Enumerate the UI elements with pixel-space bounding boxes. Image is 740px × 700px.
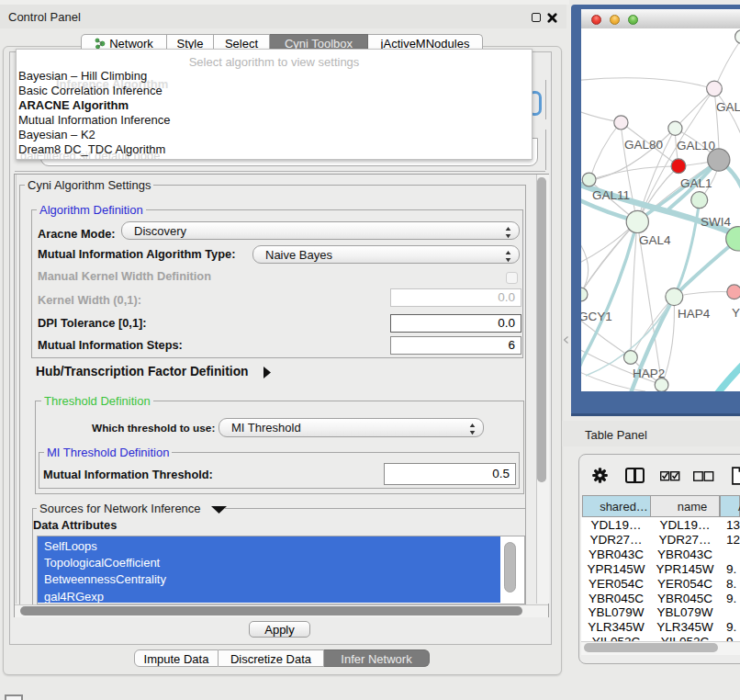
svg-text:GAL10: GAL10	[677, 139, 715, 152]
svg-text:Y: Y	[732, 306, 740, 320]
svg-text:GCY1: GCY1	[581, 310, 612, 323]
svg-text:SWI4: SWI4	[701, 215, 731, 229]
svg-text:GAL80: GAL80	[624, 138, 663, 152]
svg-text:GAL4: GAL4	[639, 233, 671, 247]
svg-text:HAP2: HAP2	[633, 367, 665, 380]
svg-text:HAP4: HAP4	[678, 307, 711, 321]
svg-text:GAL7: GAL7	[716, 100, 740, 114]
svg-text:GAL1: GAL1	[680, 176, 712, 190]
svg-text:GAL11: GAL11	[592, 188, 630, 202]
